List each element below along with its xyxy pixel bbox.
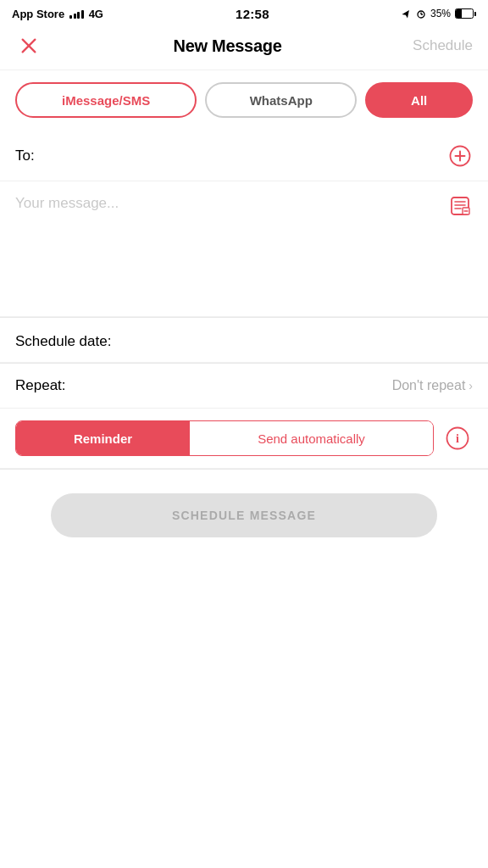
signal-bars — [69, 8, 84, 19]
reminder-option[interactable]: Reminder — [16, 421, 190, 455]
tab-imessage[interactable]: iMessage/SMS — [15, 82, 197, 118]
schedule-link[interactable]: Schedule — [413, 37, 473, 54]
template-icon — [449, 195, 471, 217]
send-auto-option[interactable]: Send automatically — [190, 421, 433, 455]
status-right: 35% — [402, 8, 476, 19]
status-time: 12:58 — [236, 7, 269, 21]
svg-text:i: i — [456, 432, 459, 445]
location-icon — [402, 8, 412, 19]
tab-all[interactable]: All — [365, 82, 473, 118]
repeat-value-button[interactable]: Don't repeat › — [392, 378, 473, 393]
toggle-row: Reminder Send automatically i — [0, 409, 488, 469]
carrier-label: App Store — [12, 8, 64, 20]
repeat-label: Repeat: — [15, 377, 66, 394]
info-button[interactable]: i — [442, 423, 473, 453]
message-placeholder: Your message... — [15, 193, 439, 214]
close-button[interactable] — [15, 32, 42, 59]
schedule-btn-container: SCHEDULE MESSAGE — [0, 470, 488, 561]
tab-whatsapp[interactable]: WhatsApp — [205, 82, 357, 118]
signal-bar-3 — [77, 12, 80, 19]
signal-bar-2 — [74, 14, 76, 19]
schedule-message-button[interactable]: SCHEDULE MESSAGE — [51, 493, 437, 537]
status-bar: App Store 4G 12:58 35% — [0, 0, 488, 25]
schedule-date-label: Schedule date: — [15, 333, 111, 349]
alarm-icon — [416, 8, 426, 19]
page-title: New Message — [174, 36, 282, 56]
add-recipient-button[interactable] — [447, 143, 473, 169]
reminder-toggle[interactable]: Reminder Send automatically — [15, 420, 434, 456]
signal-bar-1 — [69, 15, 72, 19]
close-icon — [19, 36, 38, 55]
schedule-date-row: Schedule date: — [0, 318, 488, 363]
repeat-row: Repeat: Don't repeat › — [0, 364, 488, 409]
battery-label: 35% — [430, 8, 451, 19]
bottom-area — [0, 561, 488, 731]
schedule-btn-label: SCHEDULE MESSAGE — [172, 509, 316, 522]
add-circle-icon — [449, 145, 471, 167]
to-label: To: — [15, 147, 35, 164]
nav-bar: New Message Schedule — [0, 25, 488, 70]
signal-bar-4 — [81, 10, 84, 19]
tab-selector: iMessage/SMS WhatsApp All — [0, 70, 488, 131]
battery-icon — [455, 8, 476, 19]
chevron-right-icon: › — [469, 379, 473, 392]
template-button[interactable] — [447, 193, 473, 219]
repeat-value-text: Don't repeat — [392, 378, 466, 393]
status-left: App Store 4G — [12, 8, 103, 20]
message-area[interactable]: Your message... — [0, 181, 488, 317]
network-label: 4G — [89, 8, 103, 20]
to-row: To: — [0, 131, 488, 181]
info-icon: i — [446, 426, 469, 450]
